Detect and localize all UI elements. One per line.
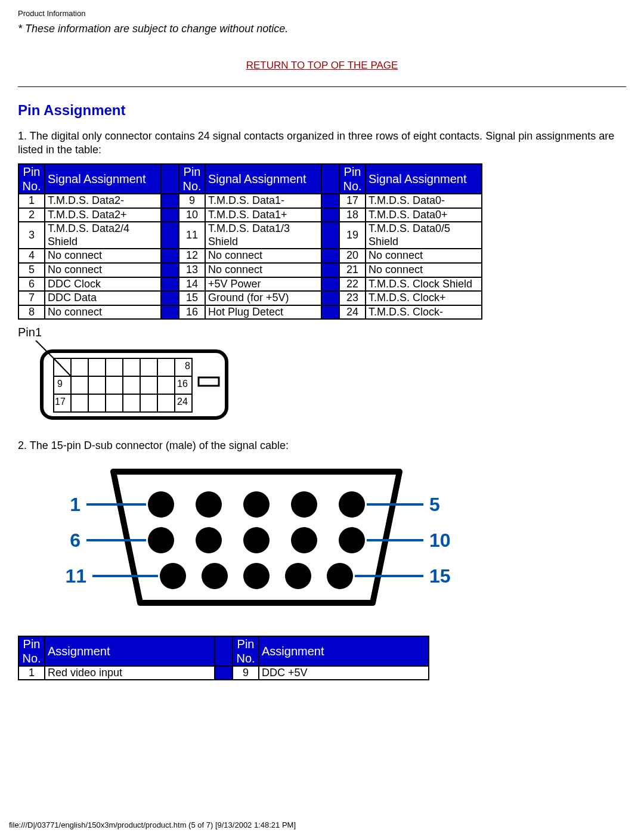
table-row: 1T.M.D.S. Data2-9T.M.D.S. Data1-17T.M.D.… [19, 194, 481, 208]
svg-text:8: 8 [185, 361, 190, 371]
table-row: 2T.M.D.S. Data2+10T.M.D.S. Data1+18T.M.D… [19, 209, 481, 222]
col-header-pin: Pin No. [340, 165, 365, 193]
section-title: Pin Assignment [18, 102, 626, 119]
col-header-pin: Pin No. [179, 165, 205, 193]
svg-point-31 [243, 563, 270, 589]
col-header-pin: Pin No. [233, 637, 258, 665]
return-to-top-link[interactable]: RETURN TO TOP OF THE PAGE [246, 60, 398, 71]
svg-point-33 [327, 563, 353, 589]
table-row: 1Red video input 9DDC +5V [19, 667, 428, 680]
svg-point-22 [291, 491, 317, 518]
svg-text:24: 24 [177, 397, 188, 407]
svg-point-23 [339, 491, 365, 518]
page-header: Product Information [18, 9, 626, 18]
table-row: 3T.M.D.S. Data2/4 Shield11T.M.D.S. Data1… [19, 222, 481, 248]
table-header-row: Pin No. Signal Assignment Pin No. Signal… [19, 165, 481, 193]
svg-text:1: 1 [70, 494, 80, 515]
return-link-wrap: RETURN TO TOP OF THE PAGE [18, 59, 626, 72]
table-header-row: Pin No. Assignment Pin No. Assignment [19, 637, 428, 665]
svg-point-27 [291, 527, 317, 553]
col-header-assign: Assignment [45, 637, 214, 665]
pin-table-15: Pin No. Assignment Pin No. Assignment 1R… [18, 636, 429, 681]
svg-text:5: 5 [429, 494, 440, 515]
divider [18, 86, 626, 87]
col-header-signal: Signal Assignment [45, 165, 160, 193]
svg-text:9: 9 [57, 379, 63, 389]
col-header-signal: Signal Assignment [366, 165, 481, 193]
table-row: 6DDC Clock14+5V Power22T.M.D.S. Clock Sh… [19, 278, 481, 291]
table-row: 4No connect12No connect20No connect [19, 249, 481, 262]
pin-table-24: Pin No. Signal Assignment Pin No. Signal… [18, 163, 482, 320]
description-1: 1. The digital only connector contains 2… [18, 129, 626, 156]
dsub-connector-diagram: 1 6 11 5 10 15 [42, 460, 626, 618]
table-spacer [215, 637, 232, 665]
svg-point-20 [196, 491, 222, 518]
svg-point-26 [243, 527, 270, 553]
svg-point-30 [202, 563, 228, 589]
svg-text:15: 15 [429, 565, 451, 587]
svg-point-25 [196, 527, 222, 553]
svg-text:16: 16 [177, 379, 188, 389]
table-row: 8No connect16Hot Plug Detect24T.M.D.S. C… [19, 306, 481, 319]
col-header-signal: Signal Assignment [206, 165, 321, 193]
table-row: 7DDC Data15Ground (for +5V)23T.M.D.S. Cl… [19, 292, 481, 305]
col-header-pin: Pin No. [19, 637, 44, 665]
table-row: 5No connect13No connect21No connect [19, 264, 481, 277]
description-2: 2. The 15-pin D-sub connector (male) of … [18, 439, 626, 453]
svg-text:11: 11 [65, 565, 86, 587]
svg-point-24 [148, 527, 174, 553]
table-spacer [322, 165, 339, 193]
pin1-label: Pin1 [18, 326, 626, 339]
svg-point-29 [160, 563, 186, 589]
dvi-connector-diagram: 8 9 16 17 24 [18, 340, 626, 427]
table-spacer [162, 165, 178, 193]
col-header-pin: Pin No. [19, 165, 44, 193]
svg-point-32 [285, 563, 311, 589]
svg-text:17: 17 [55, 397, 66, 407]
svg-point-21 [243, 491, 270, 518]
svg-rect-13 [199, 377, 219, 386]
svg-text:10: 10 [429, 529, 451, 551]
svg-point-28 [339, 527, 365, 553]
col-header-assign: Assignment [259, 637, 428, 665]
change-notice: * These information are subject to chang… [18, 23, 626, 35]
svg-point-19 [148, 491, 174, 518]
svg-text:6: 6 [70, 529, 80, 551]
